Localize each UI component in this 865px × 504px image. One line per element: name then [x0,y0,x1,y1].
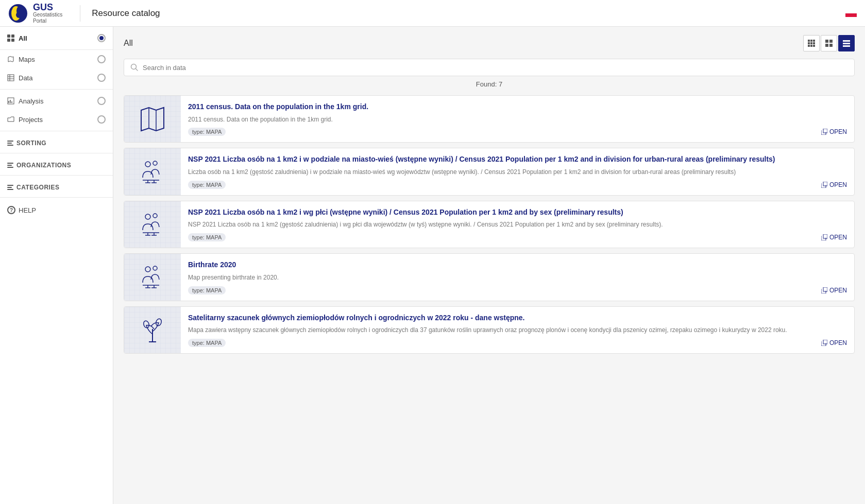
projects-radio[interactable] [97,115,106,124]
svg-rect-46 [124,201,181,248]
result-item[interactable]: Birthrate 2020 Map presenting birthrate … [124,253,855,301]
result-thumbnail [124,96,181,142]
svg-rect-14 [808,40,810,42]
view-grid2-button[interactable] [821,35,837,51]
thumb-bg-grid [124,254,181,300]
result-description: 2011 census. Data on the population in t… [188,115,847,124]
logo-area[interactable]: GUS Geostatistics Portal [8,3,62,24]
sidebar-projects-row[interactable]: Projects [0,110,113,129]
result-footer: type: MAPA OPEN [188,233,847,241]
open-link[interactable]: OPEN [821,339,847,346]
open-link[interactable]: OPEN [821,234,847,241]
grid2-icon [825,40,833,47]
result-footer: type: MAPA OPEN [188,181,847,189]
main-content: All [113,27,865,504]
svg-rect-15 [810,40,812,42]
grid3-icon [808,40,815,47]
result-item[interactable]: NSP 2021 Liczba osób na 1 km2 i w podzia… [124,148,855,195]
grid-icon [7,34,14,42]
result-title: 2011 census. Data on the population in t… [188,102,847,112]
svg-rect-19 [813,42,815,44]
result-tag: type: MAPA [188,128,226,136]
table-small-icon [7,74,14,81]
sidebar-analysis-row[interactable]: Analysis [0,92,113,110]
result-thumbnail [124,307,181,353]
svg-rect-32 [124,96,181,142]
page-title: Resource catalog [92,8,160,19]
external-link-icon [821,287,827,293]
result-thumbnail [124,254,181,300]
all-radio[interactable] [97,34,106,42]
view-grid3-button[interactable] [803,35,820,51]
result-item[interactable]: Satelitarny szacunek głównych ziemiopłod… [124,306,855,354]
result-body: NSP 2021 Liczba osób na 1 km2 i wg płci … [181,201,854,248]
svg-rect-20 [808,45,810,47]
result-tag: type: MAPA [188,286,226,294]
svg-rect-24 [829,40,833,43]
content-title: All [124,39,133,48]
external-link-icon [821,340,827,346]
open-link[interactable]: OPEN [821,128,847,135]
search-input[interactable] [143,64,848,72]
view-toggle [803,35,855,51]
svg-rect-21 [810,45,812,47]
data-radio[interactable] [97,74,106,82]
sidebar-maps-row[interactable]: Maps [0,50,113,68]
result-title: NSP 2021 Liczba osób na 1 km2 i w podzia… [188,154,847,165]
content-header: All [124,35,855,51]
svg-rect-28 [843,43,850,44]
result-tag: type: MAPA [188,233,226,241]
organizations-icon [7,163,13,168]
help-row[interactable]: ? HELP [0,200,113,220]
result-body: Birthrate 2020 Map presenting birthrate … [181,254,854,300]
search-icon [130,63,139,72]
result-title: NSP 2021 Liczba osób na 1 km2 i wg płci … [188,207,847,218]
result-description: Map presenting birthrate in 2020. [188,273,847,282]
flag-icon[interactable] [845,10,857,17]
result-title: Birthrate 2020 [188,260,847,270]
result-description: Liczba osób na 1 km2 (gęstość zaludnieni… [188,168,847,177]
svg-rect-26 [829,44,833,47]
maps-radio[interactable] [97,55,106,63]
svg-line-31 [136,69,138,71]
result-item[interactable]: NSP 2021 Liczba osób na 1 km2 i wg płci … [124,201,855,248]
result-footer: type: MAPA OPEN [188,339,847,347]
svg-rect-23 [825,40,828,43]
open-link[interactable]: OPEN [821,181,847,188]
svg-rect-6 [8,75,14,81]
app-header: GUS Geostatistics Portal Resource catalo… [0,0,865,27]
analysis-radio[interactable] [97,97,106,105]
svg-rect-4 [845,10,857,13]
result-title: Satelitarny szacunek głównych ziemiopłod… [188,313,847,323]
categories-icon [7,185,13,190]
svg-rect-37 [124,148,181,195]
svg-rect-5 [845,13,857,17]
svg-rect-63 [823,287,827,291]
organizations-section[interactable]: ORGANIZATIONS [0,155,113,173]
sidebar-all-label: All [7,34,27,42]
sidebar-data-row[interactable]: Data [0,68,113,87]
result-item[interactable]: 2011 census. Data on the population in t… [124,95,855,143]
external-link-icon [821,182,827,188]
svg-rect-25 [825,44,828,47]
external-link-icon [821,129,827,135]
svg-rect-54 [823,234,827,238]
result-body: NSP 2021 Liczba osób na 1 km2 i w podzia… [181,148,854,195]
list-icon [843,40,850,47]
svg-rect-29 [843,45,850,47]
svg-rect-17 [808,42,810,44]
svg-rect-45 [823,182,827,186]
sidebar-all-row[interactable]: All [0,27,113,50]
result-tag: type: MAPA [188,181,226,189]
svg-rect-22 [813,45,815,47]
result-footer: type: MAPA OPEN [188,128,847,136]
sidebar: All Maps Data [0,27,113,504]
thumb-bg-grid [124,201,181,248]
sorting-section[interactable]: SORTING [0,133,113,151]
view-list-button[interactable] [838,35,855,51]
open-link[interactable]: OPEN [821,287,847,294]
svg-rect-69 [823,340,827,344]
result-footer: type: MAPA OPEN [188,286,847,294]
thumb-bg-grid [124,307,181,354]
categories-section[interactable]: CATEGORIES [0,178,113,195]
